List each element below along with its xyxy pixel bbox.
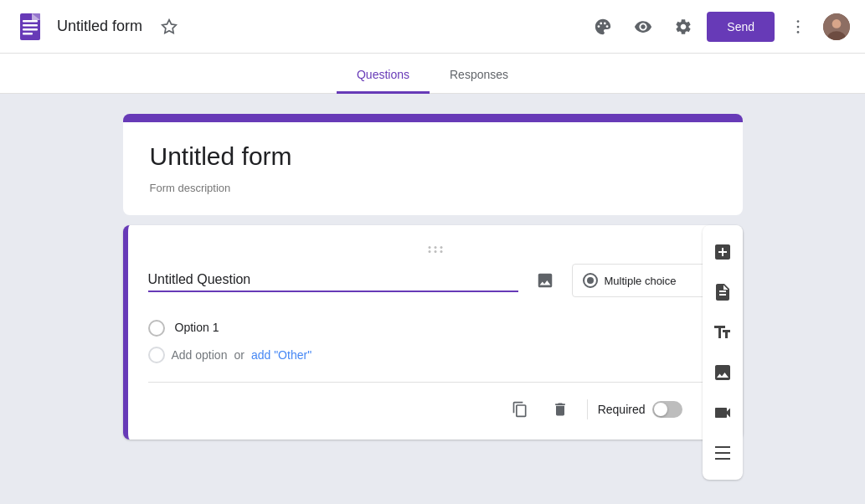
more-options-button[interactable] [781, 10, 815, 44]
svg-point-22 [440, 250, 442, 253]
multiple-choice-icon [583, 273, 598, 288]
send-button[interactable]: Send [707, 12, 775, 42]
star-button[interactable] [152, 10, 186, 44]
import-questions-button[interactable] [703, 272, 743, 312]
form-title-input[interactable] [150, 142, 716, 175]
card-footer: Required [148, 382, 723, 426]
add-other-link[interactable]: add "Other" [251, 348, 312, 362]
question-input[interactable] [148, 269, 518, 292]
svg-rect-4 [23, 33, 33, 35]
tab-questions[interactable]: Questions [337, 58, 430, 94]
required-label: Required [598, 403, 646, 416]
svg-point-21 [434, 250, 436, 253]
header: Untitled form Send [0, 0, 865, 54]
add-option-text[interactable]: Add option [172, 348, 228, 362]
svg-point-11 [797, 20, 800, 23]
option-1-input[interactable] [175, 319, 723, 337]
add-image-button[interactable] [703, 352, 743, 393]
svg-point-9 [604, 22, 606, 24]
form-description-input[interactable] [150, 182, 716, 195]
preview-button[interactable] [626, 10, 660, 44]
svg-rect-3 [23, 28, 38, 31]
header-right: Send [586, 10, 852, 44]
radio-circle-add [148, 347, 165, 363]
svg-point-10 [606, 25, 609, 28]
question-type-label: Multiple choice [605, 275, 698, 287]
svg-point-13 [797, 31, 800, 33]
add-image-to-question-button[interactable] [528, 264, 562, 297]
svg-rect-1 [23, 20, 38, 23]
svg-point-12 [797, 25, 800, 28]
svg-rect-2 [23, 24, 38, 27]
right-toolbar [703, 225, 743, 480]
required-row: Required [598, 401, 682, 418]
svg-point-18 [434, 246, 436, 249]
add-title-button[interactable] [703, 312, 743, 352]
svg-marker-6 [162, 19, 177, 33]
question-card: Multiple choice ▾ Add option or add "Oth… [123, 225, 743, 440]
main-content: Multiple choice ▾ Add option or add "Oth… [0, 94, 865, 504]
customize-button[interactable] [586, 10, 620, 44]
svg-point-17 [428, 246, 430, 249]
question-card-wrapper: Multiple choice ▾ Add option or add "Oth… [123, 225, 743, 440]
add-question-button[interactable] [703, 232, 743, 272]
tab-responses[interactable]: Responses [430, 58, 528, 94]
toggle-knob [654, 403, 667, 416]
form-title-card [123, 114, 743, 215]
required-toggle[interactable] [652, 401, 682, 418]
duplicate-button[interactable] [503, 393, 537, 426]
footer-divider [587, 399, 588, 419]
delete-button[interactable] [543, 393, 577, 426]
or-text: or [234, 348, 244, 362]
svg-point-19 [440, 246, 442, 249]
tabs-nav: Questions Responses [0, 54, 865, 94]
svg-point-7 [598, 25, 600, 28]
question-type-dropdown[interactable]: Multiple choice ▾ [572, 264, 723, 297]
drag-handle[interactable] [148, 245, 723, 254]
add-option-row: Add option or add "Other" [148, 342, 723, 368]
question-row: Multiple choice ▾ [148, 264, 723, 297]
option-row [148, 314, 723, 342]
app-icon [13, 10, 47, 44]
svg-point-20 [428, 250, 430, 253]
svg-point-15 [832, 19, 842, 28]
header-left: Untitled form [13, 10, 586, 44]
settings-button[interactable] [667, 10, 700, 44]
form-title-header: Untitled form [57, 18, 142, 35]
svg-point-8 [600, 22, 603, 24]
multiple-choice-icon-inner [587, 277, 594, 284]
options-section: Add option or add "Other" [148, 314, 723, 368]
add-section-button[interactable] [703, 433, 743, 473]
add-video-button[interactable] [703, 393, 743, 433]
radio-circle [148, 320, 165, 337]
avatar[interactable] [821, 12, 852, 42]
